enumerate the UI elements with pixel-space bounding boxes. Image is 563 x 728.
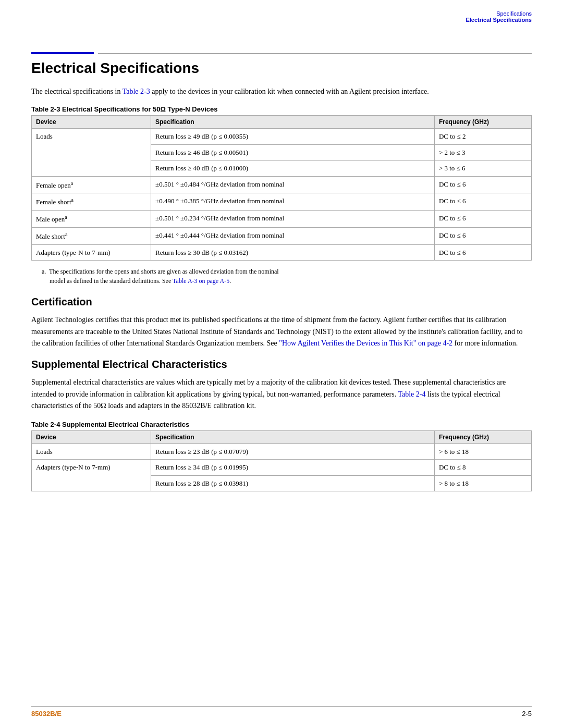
top-rule-gray xyxy=(98,53,532,54)
table-row: > 6 to ≤ 18 xyxy=(434,443,531,460)
col2-header-spec: Specification xyxy=(151,430,435,443)
table-row: > 8 to ≤ 18 xyxy=(434,475,531,491)
intro-paragraph: The electrical specifications in Table 2… xyxy=(31,86,532,97)
table-row: ±0.490 ° ±0.385 °/GHz deviation from nom… xyxy=(151,193,435,211)
table-row: Female opena xyxy=(32,176,151,193)
table-row: ±0.501 ° ±0.234 °/GHz deviation from nom… xyxy=(151,211,435,228)
table-row: DC to ≤ 6 xyxy=(434,244,531,261)
col-header-freq: Frequency (GHz) xyxy=(434,116,531,129)
table-row: Adapters (type-N to 7-mm) xyxy=(32,460,151,491)
table-row: DC to ≤ 8 xyxy=(434,460,531,476)
table-row: Adapters (type-N to 7-mm) xyxy=(32,244,151,261)
table1-footnote: a. The specifications for the opens and … xyxy=(31,267,532,286)
table-row: Female shorta xyxy=(32,193,151,211)
page-footer: 85032B/E 2-5 xyxy=(31,706,532,718)
main-content: Electrical Specifications The electrical… xyxy=(31,60,532,498)
table-row: Return loss ≥ 34 dB (ρ ≤ 0.01995) xyxy=(151,460,435,476)
table-row: Male shorta xyxy=(32,227,151,244)
footer-page-num: 2-5 xyxy=(522,710,532,718)
table-row: Loads xyxy=(32,443,151,460)
table-row: DC to ≤ 6 xyxy=(434,211,531,228)
table-supplemental-specs: Device Specification Frequency (GHz) Loa… xyxy=(31,430,532,492)
table-row: Loads xyxy=(32,129,151,177)
footer-model: 85032B/E xyxy=(31,710,62,718)
table23-link[interactable]: Table 2-3 xyxy=(123,88,150,95)
table-row: > 3 to ≤ 6 xyxy=(434,161,531,177)
table24-link[interactable]: Table 2-4 xyxy=(398,390,425,398)
top-rule-blue xyxy=(31,52,94,54)
col-header-spec: Specification xyxy=(151,116,435,129)
breadcrumb-current: Electrical Specifications xyxy=(466,17,532,23)
certification-title: Certification xyxy=(31,296,532,308)
page-title: Electrical Specifications xyxy=(31,60,532,77)
table-electrical-specs: Device Specification Frequency (GHz) Loa… xyxy=(31,115,532,261)
top-rule xyxy=(31,52,532,54)
footnote-link[interactable]: Table A-3 on page A-5 xyxy=(173,277,229,285)
supplemental-title: Supplemental Electrical Characteristics xyxy=(31,359,532,371)
table-row: ±0.501 ° ±0.484 °/GHz deviation from nom… xyxy=(151,176,435,193)
table-row: > 2 to ≤ 3 xyxy=(434,144,531,161)
table-row: DC to ≤ 6 xyxy=(434,176,531,193)
table-row: Return loss ≥ 28 dB (ρ ≤ 0.03981) xyxy=(151,475,435,491)
col2-header-freq: Frequency (GHz) xyxy=(434,430,531,443)
col2-header-device: Device xyxy=(32,430,151,443)
table-row: Return loss ≥ 49 dB (ρ ≤ 0.00355) xyxy=(151,129,435,145)
page-container: Specifications Electrical Specifications… xyxy=(0,0,563,728)
breadcrumb-parent[interactable]: Specifications xyxy=(496,10,532,17)
table-row: DC to ≤ 6 xyxy=(434,227,531,244)
table-row: DC to ≤ 6 xyxy=(434,193,531,211)
table2-caption: Table 2-4 Supplemental Electrical Charac… xyxy=(31,421,532,428)
table-row: Return loss ≥ 30 dB (ρ ≤ 0.03162) xyxy=(151,244,435,261)
col-header-device: Device xyxy=(32,116,151,129)
table-row: ±0.441 ° ±0.444 °/GHz deviation from nom… xyxy=(151,227,435,244)
certification-link[interactable]: "How Agilent Verifies the Devices in Thi… xyxy=(279,339,452,347)
table-row: Male opena xyxy=(32,211,151,228)
table-row: DC to ≤ 2 xyxy=(434,129,531,145)
table-row: Return loss ≥ 46 dB (ρ ≤ 0.00501) xyxy=(151,144,435,161)
certification-body: Agilent Technologies certifies that this… xyxy=(31,314,532,349)
table-row: Return loss ≥ 23 dB (ρ ≤ 0.07079) xyxy=(151,443,435,460)
table-row: Return loss ≥ 40 dB (ρ ≤ 0.01000) xyxy=(151,161,435,177)
supplemental-body: Supplemental electrical characteristics … xyxy=(31,377,532,412)
breadcrumb: Specifications Electrical Specifications xyxy=(466,10,532,23)
table1-caption: Table 2-3 Electrical Specifications for … xyxy=(31,105,532,113)
